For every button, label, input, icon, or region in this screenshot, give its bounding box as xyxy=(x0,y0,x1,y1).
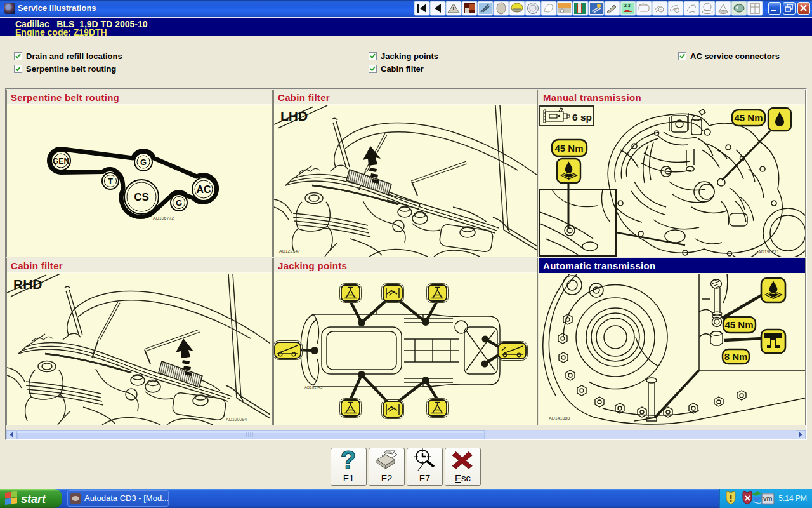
svg-text:G: G xyxy=(176,198,182,208)
svg-text:AD100094: AD100094 xyxy=(226,417,247,422)
svg-text:8 Nm: 8 Nm xyxy=(724,351,748,362)
svg-text:AD141888: AD141888 xyxy=(549,416,570,420)
svg-text:45 Nm: 45 Nm xyxy=(554,143,583,154)
svg-text:6 sp: 6 sp xyxy=(572,112,592,123)
svg-text:start: start xyxy=(21,493,46,505)
svg-text:RHD: RHD xyxy=(13,277,43,291)
svg-text:?: ? xyxy=(341,448,356,472)
svg-text:AD196771: AD196771 xyxy=(758,250,779,254)
svg-text:T: T xyxy=(108,177,113,186)
svg-text:vm: vm xyxy=(763,495,773,502)
svg-text:2 3: 2 3 xyxy=(624,3,631,8)
svg-text:LHD: LHD xyxy=(280,109,308,123)
svg-text:AD101745: AD101745 xyxy=(304,385,323,389)
svg-text:AD106772: AD106772 xyxy=(153,216,174,220)
svg-text:45 Nm: 45 Nm xyxy=(724,319,753,330)
svg-text:GEN: GEN xyxy=(52,157,69,166)
svg-text:CS: CS xyxy=(134,191,149,203)
svg-text:AD122147: AD122147 xyxy=(279,249,300,253)
svg-text:G: G xyxy=(140,157,147,167)
svg-text:45 Nm: 45 Nm xyxy=(734,112,763,123)
svg-text:AC: AC xyxy=(196,184,211,195)
svg-text:Autodata CD3 - [Mod...: Autodata CD3 - [Mod... xyxy=(84,493,168,503)
